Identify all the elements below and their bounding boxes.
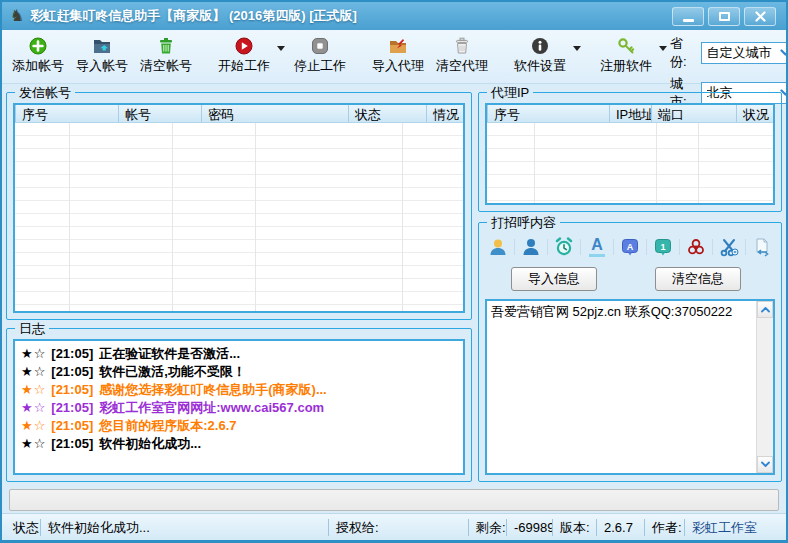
column-header[interactable]: 端口 xyxy=(651,105,736,122)
minimize-icon xyxy=(683,19,694,22)
status-value: 软件初始化成功... xyxy=(40,519,328,536)
minimize-button[interactable] xyxy=(672,7,704,26)
accounts-group: 发信帐号 序号帐号密码状态情况 xyxy=(6,92,472,320)
log-list[interactable]: ★☆[21:05]正在验证软件是否激活... ★☆[21:05]软件已激活,功能… xyxy=(13,339,465,475)
clear-account-button[interactable]: 清空帐号 xyxy=(134,33,198,79)
proxy-table[interactable]: 序号IP地址端口状况 xyxy=(485,103,775,205)
progress-bar xyxy=(9,489,779,511)
log-text: 您目前的程序版本:2.6.7 xyxy=(99,418,236,433)
svg-text:A: A xyxy=(627,242,634,252)
version-value: 2.6.7 xyxy=(596,519,644,536)
clear-proxy-label: 清空代理 xyxy=(436,57,488,75)
alarm-clock-icon[interactable] xyxy=(553,236,575,258)
message-scrollbar[interactable] xyxy=(756,301,773,473)
start-work-button[interactable]: 开始工作 xyxy=(212,33,276,79)
icon-separator xyxy=(613,239,614,255)
message-textarea[interactable]: 吾爱营销官网 52pjz.cn 联系QQ:37050222 xyxy=(487,301,756,473)
log-time: [21:05] xyxy=(51,436,93,451)
app-window: ♞ 彩虹赶集叮咚信息助手【商家版】 (2016第四版) [正式版] 添加帐号 导… xyxy=(0,0,788,543)
trash-outline-icon xyxy=(453,37,471,55)
icon-separator xyxy=(580,239,581,255)
grid-line xyxy=(403,123,463,311)
document-swap-icon[interactable] xyxy=(751,236,773,258)
grid-line xyxy=(487,123,535,203)
toolbar: 添加帐号 导入帐号 清空帐号 开始工作 停止工作 导入代理 清空代理 xyxy=(2,30,786,84)
accounts-group-title: 发信帐号 xyxy=(15,85,75,100)
add-icon xyxy=(29,37,47,55)
scroll-up-button[interactable] xyxy=(757,301,773,318)
chevron-down-icon[interactable] xyxy=(573,46,581,51)
column-header[interactable]: 密码 xyxy=(201,105,348,122)
accounts-table[interactable]: 序号帐号密码状态情况 xyxy=(13,103,465,313)
close-icon xyxy=(755,11,766,22)
cut-icon[interactable] xyxy=(718,236,740,258)
accounts-table-body[interactable] xyxy=(15,123,463,311)
import-account-label: 导入帐号 xyxy=(76,57,128,75)
title-bar[interactable]: ♞ 彩虹赶集叮咚信息助手【商家版】 (2016第四版) [正式版] xyxy=(2,2,786,30)
register-button[interactable]: 注册软件 xyxy=(594,33,658,79)
chevron-down-icon[interactable] xyxy=(659,46,667,51)
stop-icon xyxy=(311,37,329,55)
chevron-down-icon xyxy=(780,49,788,57)
remaining-label: 剩余: xyxy=(468,519,506,536)
play-icon xyxy=(235,37,253,55)
star-icon: ★☆ xyxy=(21,382,46,397)
star-icon: ★☆ xyxy=(21,400,46,415)
contact-icon[interactable] xyxy=(487,236,509,258)
stop-work-button[interactable]: 停止工作 xyxy=(288,33,352,79)
grid-line xyxy=(15,123,70,311)
log-time: [21:05] xyxy=(51,364,93,379)
font-icon[interactable]: A xyxy=(586,236,608,258)
column-header[interactable]: 状态 xyxy=(348,105,426,122)
import-account-button[interactable]: 导入帐号 xyxy=(70,33,134,79)
add-account-button[interactable]: 添加帐号 xyxy=(6,33,70,79)
icon-separator xyxy=(547,239,548,255)
column-header[interactable]: 状况 xyxy=(736,105,773,122)
status-label: 状态: xyxy=(6,519,40,536)
settings-label: 软件设置 xyxy=(514,57,566,75)
license-label: 授权给: xyxy=(328,519,468,536)
grid-line xyxy=(657,123,699,203)
log-text: 软件初始化成功... xyxy=(99,436,201,451)
biohazard-icon[interactable] xyxy=(685,236,707,258)
star-icon: ★☆ xyxy=(21,346,46,361)
column-header[interactable]: 情况 xyxy=(426,105,463,122)
maximize-button[interactable] xyxy=(708,7,740,26)
log-time: [21:05] xyxy=(51,346,93,361)
column-grid xyxy=(15,123,463,311)
bubble-1-icon[interactable]: 1 xyxy=(652,236,674,258)
grid-line xyxy=(256,123,403,311)
icon-separator xyxy=(712,239,713,255)
scroll-down-button[interactable] xyxy=(757,456,773,473)
settings-button[interactable]: 软件设置 xyxy=(508,33,572,79)
grid-line xyxy=(173,123,256,311)
proxy-table-header: 序号IP地址端口状况 xyxy=(487,105,773,123)
province-combobox[interactable]: 自定义城市 xyxy=(701,42,788,64)
clear-proxy-button[interactable]: 清空代理 xyxy=(430,33,494,79)
proxy-table-body[interactable] xyxy=(487,123,773,203)
column-header[interactable]: 帐号 xyxy=(118,105,201,122)
import-folder-icon xyxy=(93,37,111,55)
log-text: 正在验证软件是否激活... xyxy=(99,346,240,361)
column-header[interactable]: 序号 xyxy=(15,105,118,122)
close-button[interactable] xyxy=(744,7,776,26)
status-bar: 状态: 软件初始化成功... 授权给: 剩余: -699898 版本: 2.6.… xyxy=(2,513,786,540)
log-entry: ★☆[21:05]正在验证软件是否激活... xyxy=(21,345,457,363)
greeting-group-title: 打招呼内容 xyxy=(487,215,560,230)
user-icon[interactable] xyxy=(520,236,542,258)
bubble-a-icon[interactable]: A xyxy=(619,236,641,258)
import-message-button[interactable]: 导入信息 xyxy=(511,267,597,291)
clear-account-label: 清空帐号 xyxy=(140,57,192,75)
chevron-down-icon[interactable] xyxy=(277,46,285,51)
app-logo-icon: ♞ xyxy=(10,8,24,24)
window-title: 彩虹赶集叮咚信息助手【商家版】 (2016第四版) [正式版] xyxy=(30,7,356,25)
log-text: 软件已激活,功能不受限！ xyxy=(99,364,246,379)
log-group-title: 日志 xyxy=(15,321,49,336)
import-proxy-button[interactable]: 导入代理 xyxy=(366,33,430,79)
column-header[interactable]: 序号 xyxy=(487,105,609,122)
column-header[interactable]: IP地址 xyxy=(609,105,651,122)
clear-message-button[interactable]: 清空信息 xyxy=(655,267,741,291)
import-proxy-label: 导入代理 xyxy=(372,57,424,75)
star-icon: ★☆ xyxy=(21,364,46,379)
log-entry: ★☆[21:05]您目前的程序版本:2.6.7 xyxy=(21,417,457,435)
